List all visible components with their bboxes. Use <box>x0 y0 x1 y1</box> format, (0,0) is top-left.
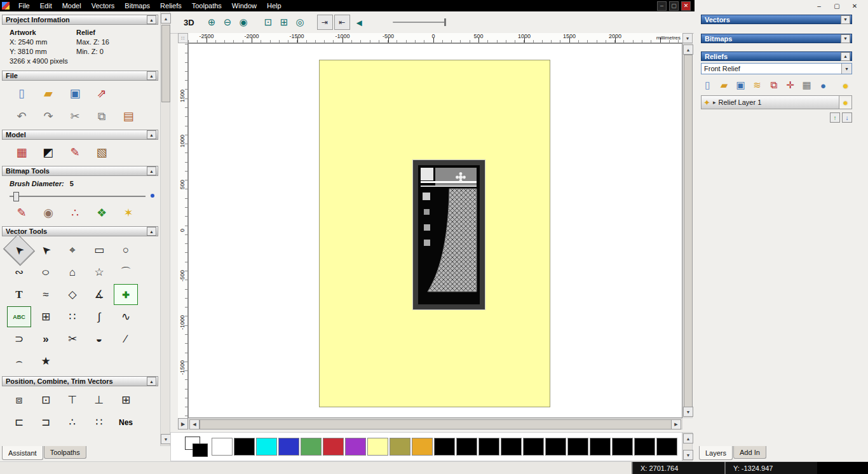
redo-icon[interactable]: ↷ <box>39 108 58 125</box>
invert-model-icon[interactable]: ◩ <box>39 144 58 161</box>
set-model-size-icon[interactable]: ▦ <box>12 144 31 161</box>
join-vectors-icon[interactable]: » <box>34 328 58 349</box>
relief-selector[interactable]: Front Relief ▾ <box>701 63 852 74</box>
sculpt-relief-icon[interactable]: ✛ <box>783 79 797 91</box>
array-copy-icon[interactable]: ∷ <box>87 412 111 426</box>
move-layer-up-button[interactable]: ↑ <box>830 112 840 123</box>
dock-left-panel-icon[interactable]: ⇥ <box>317 15 333 30</box>
doc-restore-icon[interactable]: ▢ <box>669 1 679 11</box>
palette-swatch[interactable] <box>345 438 366 456</box>
palette-swatch[interactable] <box>567 438 588 456</box>
scroll-up-button[interactable]: ▲ <box>683 433 693 444</box>
model-texture-icon[interactable]: ▧ <box>92 144 111 161</box>
menu-model[interactable]: Model <box>57 0 86 11</box>
tab-layers[interactable]: Layers <box>699 446 733 460</box>
import-model-icon[interactable]: ⇗ <box>92 85 111 102</box>
palette-swatch[interactable] <box>656 438 677 456</box>
free-polyline-icon[interactable]: ∫ <box>87 306 111 327</box>
toolbar-slider-handle[interactable] <box>444 18 446 26</box>
window-minimize-button[interactable]: – <box>811 1 827 10</box>
palette-swatch[interactable] <box>501 438 522 456</box>
collapse-button[interactable]: ▲ <box>147 166 156 175</box>
cut-icon[interactable]: ✂ <box>65 108 85 125</box>
block-paste-icon[interactable]: ✚ <box>114 284 138 305</box>
project-grid-icon[interactable]: ⊞ <box>34 306 58 327</box>
trim-vectors-icon[interactable]: ✂ <box>60 328 85 349</box>
sculpt-model-icon[interactable]: ✎ <box>65 144 85 161</box>
menu-window[interactable]: Window <box>227 0 262 11</box>
reliefs-header[interactable]: Reliefs ▲ <box>701 51 852 61</box>
open-relief-icon[interactable]: ▰ <box>717 79 731 91</box>
doc-minimize-icon[interactable]: – <box>657 1 667 11</box>
copy-icon[interactable]: ⧉ <box>92 108 111 125</box>
slider-handle[interactable] <box>13 192 19 201</box>
zoom-objects-icon[interactable]: ◎ <box>292 15 308 30</box>
new-model-icon[interactable]: ▯ <box>12 85 31 102</box>
brush-diameter-slider[interactable] <box>10 191 146 201</box>
menu-file[interactable]: File <box>13 0 35 11</box>
vectors-expand-button[interactable]: ▼ <box>841 15 850 24</box>
align-left-icon[interactable]: ⊏ <box>7 412 31 426</box>
create-rectangle-icon[interactable]: ▭ <box>87 240 111 261</box>
palette-swatch[interactable] <box>301 438 322 456</box>
snap-diamond-icon[interactable]: ◇ <box>60 284 85 305</box>
tab-add-in[interactable]: Add In <box>733 446 766 459</box>
scroll-right-button[interactable]: ▶ <box>671 419 681 430</box>
zoom-out-icon[interactable]: ⊖ <box>220 15 236 30</box>
smooth-relief-icon[interactable]: ≋ <box>750 79 764 91</box>
canvas-horizontal-scrollbar[interactable]: ◀ ▶ <box>188 418 682 430</box>
draw-icon[interactable]: ✎ <box>12 205 31 221</box>
palette-swatch[interactable] <box>434 438 455 456</box>
layer-expander-icon[interactable]: ▸ <box>713 99 716 105</box>
palette-swatch[interactable] <box>367 438 388 456</box>
new-relief-layer-icon[interactable]: ▯ <box>701 79 714 91</box>
collapse-button[interactable]: ▲ <box>147 377 156 386</box>
palette-swatch[interactable] <box>612 438 633 456</box>
pan-right-button[interactable]: ▶ <box>178 418 188 430</box>
toggle-all-visibility-icon[interactable]: ● <box>839 79 852 91</box>
scroll-left-button[interactable]: ◀ <box>189 419 200 430</box>
create-circle-icon[interactable]: ○ <box>114 240 138 261</box>
palette-swatch[interactable] <box>234 438 255 456</box>
doc-close-icon[interactable]: ✕ <box>681 1 691 11</box>
palette-swatch[interactable] <box>478 438 499 456</box>
palette-swatch[interactable] <box>278 438 299 456</box>
tab-assistant[interactable]: Assistant <box>2 446 43 460</box>
nesting-icon[interactable]: Nes <box>114 412 138 426</box>
primary-secondary-colour-swatch[interactable] <box>185 437 208 457</box>
zoom-fit-icon[interactable]: ⊞ <box>276 15 292 30</box>
secondary-colour[interactable] <box>193 444 208 457</box>
collapse-button[interactable]: ▲ <box>147 71 156 80</box>
text-block-icon[interactable]: ABC <box>7 306 31 327</box>
palette-swatch[interactable] <box>523 438 544 456</box>
toolbar-slider[interactable] <box>393 22 445 23</box>
create-star-icon[interactable]: ☆ <box>87 262 111 283</box>
centre-in-page-icon[interactable]: ⧈ <box>7 389 31 410</box>
palette-swatch[interactable] <box>634 438 655 456</box>
horizontal-ruler[interactable]: -2500 -2000 -1500 -1000 -500 0 500 1000 … <box>188 33 682 43</box>
canvas-viewport[interactable] <box>188 43 682 418</box>
scrollbar-thumb[interactable] <box>200 419 672 430</box>
chevron-down-icon[interactable]: ▾ <box>841 64 851 74</box>
create-arc-icon[interactable]: ⌒ <box>114 262 138 283</box>
align-centres-icon[interactable]: ⊞ <box>114 389 138 410</box>
spray-icon[interactable]: ∴ <box>65 205 85 221</box>
measure-icon[interactable]: ∡ <box>87 284 111 305</box>
save-relief-icon[interactable]: ▣ <box>734 79 747 91</box>
bitmaps-expand-button[interactable]: ▼ <box>841 34 850 43</box>
paste-array-icon[interactable]: ∷ <box>60 306 85 327</box>
menu-edit[interactable]: Edit <box>35 0 57 11</box>
dock-right-panel-icon[interactable]: ⇤ <box>334 15 350 30</box>
palette-scrollbar[interactable]: ▲ ▼ <box>682 432 693 461</box>
palette-swatch[interactable] <box>545 438 566 456</box>
palette-swatch[interactable] <box>323 438 344 456</box>
paint-icon[interactable]: ◉ <box>39 205 58 221</box>
window-maximize-button[interactable]: ▢ <box>829 1 845 10</box>
zoom-in-icon[interactable]: ⊕ <box>204 15 220 30</box>
create-polygon-icon[interactable]: ⌂ <box>60 262 85 283</box>
menu-toolpaths[interactable]: Toolpaths <box>187 0 227 11</box>
menu-reliefs[interactable]: Reliefs <box>155 0 187 11</box>
align-bottom-icon[interactable]: ⊥ <box>87 389 111 410</box>
vectors-header[interactable]: Vectors ▼ <box>701 15 852 24</box>
centre-in-material-icon[interactable]: ⊡ <box>34 389 58 410</box>
